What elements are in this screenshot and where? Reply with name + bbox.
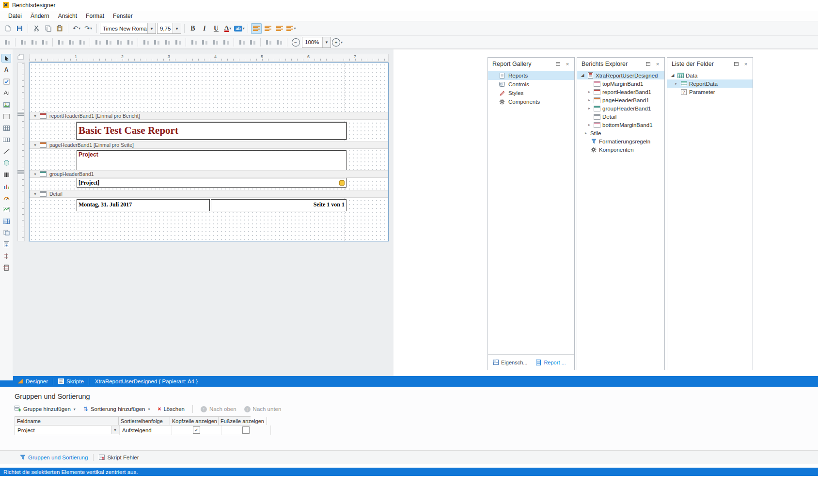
chevron-down-icon[interactable]: ▾ <box>173 23 181 33</box>
highlight-color-button[interactable]: ab▾ <box>234 23 245 34</box>
group-field-label[interactable]: [Project] <box>77 178 346 188</box>
tree-node-detail[interactable]: Detail <box>577 112 664 121</box>
menu-datei[interactable]: Datei <box>4 12 26 20</box>
cut-button[interactable] <box>31 23 42 34</box>
chevron-down-icon[interactable]: ▾ <box>111 426 119 434</box>
shape-tool[interactable] <box>1 158 11 167</box>
tree-node-report-header[interactable]: ▸ reportHeaderBand1 <box>577 88 664 96</box>
tab-gruppen-und-sortierung[interactable]: Gruppen und Sortierung <box>15 451 93 464</box>
align-bottom-edges-icon[interactable] <box>77 37 87 47</box>
sparkline-tool[interactable] <box>1 205 11 214</box>
tree-node-group-header[interactable]: ▸ groupHeaderBand1 <box>577 104 664 112</box>
group-header-band-strip[interactable]: ▼ groupHeaderBand1 <box>30 170 388 178</box>
font-size-select[interactable]: 9,75 ▾ <box>157 23 181 34</box>
expand-node-icon[interactable]: ▸ <box>583 131 588 135</box>
report-title-label[interactable]: Basic Test Case Report <box>77 122 346 140</box>
expand-node-icon[interactable]: ▸ <box>587 107 592 110</box>
gallery-item-styles[interactable]: Styles <box>488 89 574 97</box>
move-down-button[interactable]: ↓ Nach unten <box>244 406 282 412</box>
close-icon[interactable]: × <box>654 60 661 68</box>
float-window-icon[interactable] <box>554 60 562 68</box>
column-header-fusszeile[interactable]: Fußzeile anzeigen <box>219 417 267 425</box>
band-resize-grip[interactable] <box>17 170 24 174</box>
align-text-left-button[interactable] <box>251 23 262 34</box>
center-vertically-icon[interactable] <box>248 37 257 47</box>
chevron-down-icon[interactable]: ▾ <box>322 37 330 47</box>
chevron-down-icon[interactable]: ▾ <box>341 40 343 45</box>
chevron-down-icon[interactable]: ▾ <box>147 23 156 33</box>
float-window-icon[interactable] <box>644 60 652 68</box>
column-header-sortierreihenfolge[interactable]: Sortierreihenfolge <box>119 417 170 425</box>
tree-node-page-header[interactable]: ▸ pageHeaderBand1 <box>577 96 664 104</box>
tree-node-parameter[interactable]: ? Parameter <box>667 88 753 96</box>
richtext-tool[interactable] <box>1 89 11 97</box>
detail-band-strip[interactable]: ▼ Detail <box>30 190 388 198</box>
band-resize-grip[interactable] <box>17 112 24 116</box>
pivot-grid-tool[interactable] <box>1 217 11 225</box>
add-sort-button[interactable]: ⇅ Sortierung hinzufügen ▾ <box>83 406 150 412</box>
menu-fenster[interactable]: Fenster <box>109 12 137 20</box>
report-header-band-strip[interactable]: ▼ reportHeaderBand1 [Einmal pro Bericht] <box>30 112 388 120</box>
tree-node-data[interactable]: ◢ Data <box>667 71 753 79</box>
design-workspace[interactable]: 1 2 3 4 5 6 7 ▼ reportHeaderBand1 [Einma… <box>13 49 393 376</box>
date-label[interactable]: Montag, 31. Juli 2017 <box>77 199 210 211</box>
chevron-down-icon[interactable]: ▾ <box>229 26 231 31</box>
sort-order-cell[interactable]: Aufsteigend <box>120 425 172 435</box>
close-icon[interactable]: × <box>742 60 750 68</box>
align-text-center-button[interactable] <box>263 23 273 34</box>
checkbox-checked-icon[interactable]: ✓ <box>193 426 200 434</box>
new-report-button[interactable] <box>2 23 13 34</box>
gallery-item-controls[interactable]: Controls <box>488 80 574 89</box>
close-icon[interactable]: × <box>564 60 571 68</box>
zoom-in-button[interactable]: +▾ <box>332 37 343 47</box>
make-same-height-icon[interactable] <box>114 37 124 47</box>
chevron-down-icon[interactable]: ▾ <box>294 26 296 31</box>
menu-format[interactable]: Format <box>81 12 109 20</box>
center-horizontally-icon[interactable] <box>237 37 247 47</box>
panel-header[interactable]: Liste der Felder × <box>667 58 753 70</box>
cross-band-line-tool[interactable] <box>1 252 11 260</box>
gallery-item-reports[interactable]: Reports <box>488 71 574 80</box>
paste-button[interactable] <box>54 23 65 34</box>
menu-aendern[interactable]: Ändern <box>26 12 54 20</box>
add-group-button[interactable]: Gruppe hinzufügen ▾ <box>15 406 76 412</box>
gauge-tool[interactable] <box>1 193 11 202</box>
bring-to-front-icon[interactable] <box>264 37 273 47</box>
checkbox-unchecked-icon[interactable] <box>242 426 250 434</box>
tab-report-gallery[interactable]: Report ... <box>532 356 569 369</box>
menu-ansicht[interactable]: Ansicht <box>54 12 81 20</box>
move-up-button[interactable]: ↑ Nach oben <box>201 406 236 412</box>
tab-skripte[interactable]: Skripte <box>53 376 89 387</box>
align-vertical-centers-icon[interactable] <box>66 37 76 47</box>
band-collapse-icon[interactable]: ▼ <box>33 114 37 118</box>
page-info-tool[interactable] <box>1 240 11 249</box>
character-comb-tool[interactable] <box>1 135 11 144</box>
delete-button[interactable]: × Löschen <box>157 406 185 412</box>
tab-eigenschaften[interactable]: Eigensch... <box>489 356 531 369</box>
align-horizontal-centers-icon[interactable] <box>29 37 39 47</box>
collapse-node-icon[interactable]: ◢ <box>670 73 675 78</box>
increase-vertical-spacing-icon[interactable] <box>200 37 209 47</box>
line-tool[interactable] <box>1 147 11 156</box>
tree-node-reportdata[interactable]: ▸ ReportData <box>667 79 753 88</box>
font-color-button[interactable]: A▾ <box>222 23 233 34</box>
align-text-right-button[interactable] <box>274 23 285 34</box>
panel-tool[interactable] <box>1 112 11 121</box>
align-left-edges-icon[interactable] <box>18 37 28 47</box>
save-button[interactable] <box>14 23 25 34</box>
size-to-grid-icon[interactable] <box>104 37 113 47</box>
tree-node-komponenten[interactable]: Komponenten <box>577 145 664 154</box>
page-header-band-strip[interactable]: ▼ pageHeaderBand1 [Einmal pro Seite] <box>30 141 388 149</box>
chevron-down-icon[interactable]: ▾ <box>243 26 245 31</box>
align-text-justify-button[interactable]: ▾ <box>286 23 297 34</box>
tree-node-report-root[interactable]: ◢ XtraReportUserDesigned <box>577 71 664 79</box>
increase-horizontal-spacing-icon[interactable] <box>152 37 161 47</box>
band-collapse-icon[interactable]: ▼ <box>33 192 37 196</box>
underline-button[interactable]: U <box>211 23 221 34</box>
expand-node-icon[interactable]: ▸ <box>674 82 678 86</box>
expand-node-icon[interactable]: ▸ <box>587 123 592 127</box>
remove-horizontal-spacing-icon[interactable] <box>173 37 183 47</box>
footer-visible-cell[interactable] <box>221 425 271 435</box>
picture-tool[interactable] <box>1 100 11 109</box>
tree-node-bottom-margin[interactable]: ▸ bottomMarginBand1 <box>577 121 664 129</box>
